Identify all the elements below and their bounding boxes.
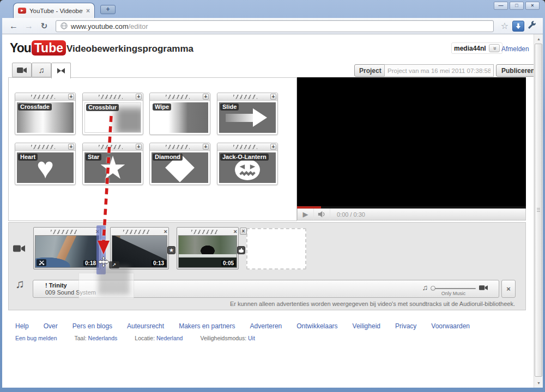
remove-clip-button[interactable]: × — [234, 228, 237, 235]
browser-window: ▶ YouTube - Videobewerki... × + — □ × ← … — [0, 0, 545, 392]
timeline-clip-1[interactable]: × 0:18 — [33, 227, 101, 270]
youtube-editor-page: You Tube Videobewerkingsprogramma media4… — [2, 34, 543, 388]
footer-link[interactable]: Adverteren — [250, 322, 282, 330]
page-scrollbar[interactable]: ▲ ▼ — [534, 34, 543, 388]
footer-link[interactable]: Voorwaarden — [431, 322, 470, 330]
audio-track-title: ! Trinity — [45, 282, 67, 289]
tab-close-icon[interactable]: × — [86, 7, 90, 15]
transition-tile-heart[interactable]: + Heart♥ — [15, 143, 76, 185]
play-button[interactable]: ▶ — [298, 209, 314, 220]
audio-mix-slider[interactable] — [432, 288, 476, 289]
maximize-button[interactable]: □ — [510, 2, 524, 10]
logo-tube: Tube — [32, 40, 66, 56]
timeline-clip-3[interactable]: × 0:05 — [177, 227, 239, 270]
bookmark-star-icon[interactable]: ☆ — [498, 21, 511, 31]
camera-icon — [479, 285, 488, 291]
transition-tile-crossblur[interactable]: + Crossblur — [82, 93, 143, 135]
transition-tile-star[interactable]: + Star★ — [82, 143, 143, 185]
transition-preview: Star★ — [84, 152, 141, 183]
tile-drag-handle[interactable]: + — [83, 143, 143, 151]
slider-knob[interactable] — [431, 286, 435, 291]
scroll-up-button[interactable]: ▲ — [535, 35, 543, 43]
add-transition-button[interactable]: + — [270, 144, 276, 150]
clip-drag-handle[interactable]: × — [112, 229, 167, 235]
url-path: /editor — [129, 22, 148, 30]
footer-link[interactable]: Auteursrecht — [127, 322, 164, 330]
footer-link[interactable]: Makers en partners — [179, 322, 235, 330]
add-transition-button[interactable]: + — [203, 144, 209, 150]
logo-you: You — [10, 41, 31, 56]
forward-button[interactable]: → — [22, 20, 36, 33]
add-transition-button[interactable]: + — [136, 94, 142, 100]
location-link[interactable]: Nederland — [156, 335, 183, 341]
slot-close-button[interactable]: × — [240, 228, 247, 235]
project-title-input[interactable] — [384, 64, 494, 77]
footer-link[interactable]: Help — [15, 322, 29, 330]
tile-drag-handle[interactable]: + — [15, 93, 75, 101]
user-dropdown-button[interactable]: « — [489, 44, 500, 52]
clip-thumbnail: 0:18 — [35, 235, 99, 268]
footer-link[interactable]: Privacy — [395, 322, 416, 330]
address-bar[interactable]: www.youtube.com/editor — [56, 20, 494, 32]
transition-preview: Crossblur — [84, 102, 141, 133]
back-button[interactable]: ← — [7, 20, 21, 33]
tab-audio[interactable]: ♫ — [32, 63, 51, 77]
transition-label: Slide — [220, 103, 239, 111]
wrench-menu-button[interactable] — [525, 21, 538, 32]
tab-transitions[interactable] — [51, 63, 71, 78]
safety-link[interactable]: Uit — [248, 335, 255, 341]
url-host: www.youtube.com — [71, 22, 129, 30]
tile-drag-handle[interactable]: + — [83, 93, 143, 101]
add-transition-button[interactable]: + — [270, 94, 276, 100]
add-transition-button[interactable]: + — [203, 94, 209, 100]
placed-transition-star[interactable]: ★ — [167, 246, 175, 254]
tile-drag-handle[interactable]: + — [217, 143, 277, 151]
browser-toolbar: ← → ↻ www.youtube.com/editor ☆ — [2, 18, 543, 34]
tile-drag-handle[interactable]: + — [150, 143, 210, 151]
remove-clip-button[interactable]: × — [164, 228, 167, 235]
footer-link[interactable]: Ontwikkelaars — [296, 322, 337, 330]
placed-transition-pumpkin[interactable] — [237, 246, 245, 254]
add-transition-button[interactable]: + — [136, 144, 142, 150]
trim-button[interactable] — [37, 259, 46, 266]
tile-drag-handle[interactable]: + — [15, 143, 75, 151]
close-window-button[interactable]: × — [525, 2, 540, 10]
report-bug-link[interactable]: Een bug melden — [15, 335, 57, 341]
transition-tile-slide[interactable]: + Slide — [217, 93, 278, 135]
minimize-button[interactable]: — — [494, 2, 508, 10]
safety-label: Veiligheidsmodus: — [200, 335, 246, 341]
footer-link[interactable]: Over — [44, 322, 58, 330]
scrollbar-thumb[interactable] — [535, 44, 542, 377]
footer-link[interactable]: Pers en blogs — [72, 322, 112, 330]
volume-button[interactable] — [314, 209, 330, 220]
scroll-down-button[interactable]: ▼ — [535, 379, 543, 387]
reload-button[interactable]: ↻ — [37, 20, 51, 33]
add-transition-button[interactable]: + — [68, 144, 74, 150]
download-button[interactable] — [512, 21, 524, 32]
transition-tile-wipe[interactable]: + Wipe — [149, 93, 210, 135]
clip-drag-handle[interactable]: × — [35, 229, 99, 235]
sign-out-link[interactable]: Afmelden — [501, 45, 529, 53]
footer-link[interactable]: Veiligheid — [353, 322, 380, 330]
browser-tab[interactable]: ▶ YouTube - Videobewerki... × — [13, 3, 95, 18]
play-icon: ▶ — [303, 210, 308, 218]
transition-label: Jack-O-Lantern — [220, 154, 269, 161]
youtube-logo[interactable]: You Tube — [10, 40, 66, 56]
transition-tile-crossfade[interactable]: + Crossfade — [15, 93, 76, 135]
tile-drag-handle[interactable]: + — [150, 93, 210, 101]
add-transition-button[interactable]: + — [68, 94, 74, 100]
empty-clip-slot[interactable] — [246, 228, 306, 270]
transition-tile-diamond[interactable]: + Diamond — [149, 143, 210, 185]
open-preview-button[interactable]: ↗ — [109, 261, 119, 268]
transition-preview: Crossfade — [17, 102, 74, 133]
language-link[interactable]: Nederlands — [88, 335, 118, 341]
transition-tile-jackolantern[interactable]: + Jack-O-Lantern — [217, 143, 278, 185]
tab-videos[interactable] — [12, 63, 32, 77]
playback-time: 0:00 / 0:30 — [337, 211, 365, 218]
remove-audio-button[interactable]: × — [501, 280, 516, 298]
globe-icon — [60, 22, 68, 29]
clip-drag-handle[interactable]: × — [178, 229, 237, 235]
transition-label: Star — [86, 154, 101, 161]
new-tab-button[interactable]: + — [100, 5, 116, 14]
tile-drag-handle[interactable]: + — [217, 93, 277, 101]
